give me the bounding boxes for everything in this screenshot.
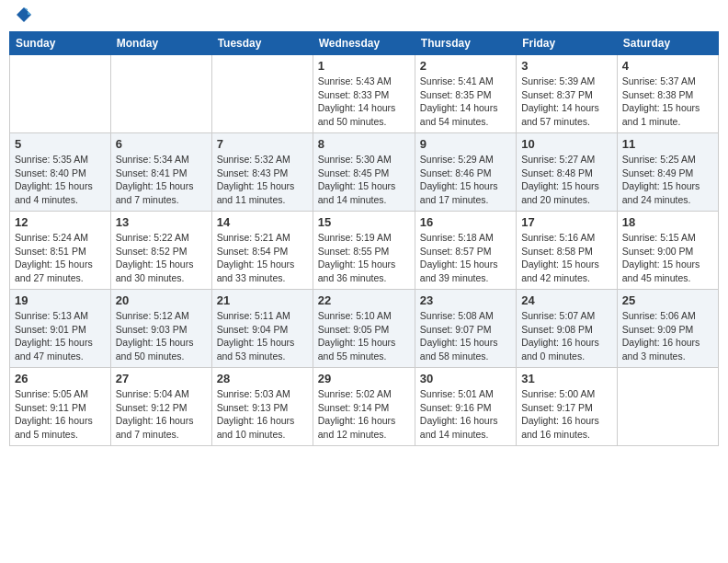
day-info: Sunrise: 5:07 AM Sunset: 9:08 PM Dayligh…: [521, 309, 612, 363]
calendar-week-4: 19Sunrise: 5:13 AM Sunset: 9:01 PM Dayli…: [10, 290, 719, 368]
calendar-cell: 23Sunrise: 5:08 AM Sunset: 9:07 PM Dayli…: [415, 290, 516, 368]
day-number: 19: [15, 293, 106, 307]
logo-icon: [15, 6, 33, 24]
day-info: Sunrise: 5:01 AM Sunset: 9:16 PM Dayligh…: [420, 387, 511, 442]
day-info: Sunrise: 5:32 AM Sunset: 8:43 PM Dayligh…: [217, 153, 308, 207]
day-number: 2: [420, 59, 511, 73]
day-number: 1: [318, 59, 410, 73]
day-info: Sunrise: 5:22 AM Sunset: 8:52 PM Dayligh…: [116, 231, 207, 285]
day-info: Sunrise: 5:18 AM Sunset: 8:57 PM Dayligh…: [420, 231, 511, 285]
calendar-cell: 31Sunrise: 5:00 AM Sunset: 9:17 PM Dayli…: [517, 368, 618, 446]
day-number: 8: [318, 137, 410, 151]
day-info: Sunrise: 5:41 AM Sunset: 8:35 PM Dayligh…: [420, 75, 511, 129]
day-info: Sunrise: 5:06 AM Sunset: 9:09 PM Dayligh…: [622, 309, 713, 363]
day-info: Sunrise: 5:11 AM Sunset: 9:04 PM Dayligh…: [217, 309, 308, 363]
calendar-cell: 30Sunrise: 5:01 AM Sunset: 9:16 PM Dayli…: [415, 368, 516, 446]
calendar-cell: 6Sunrise: 5:34 AM Sunset: 8:41 PM Daylig…: [110, 133, 211, 212]
day-info: Sunrise: 5:00 AM Sunset: 9:17 PM Dayligh…: [521, 387, 612, 442]
calendar-week-5: 26Sunrise: 5:05 AM Sunset: 9:11 PM Dayli…: [10, 368, 719, 446]
day-info: Sunrise: 5:10 AM Sunset: 9:05 PM Dayligh…: [318, 309, 410, 363]
day-number: 31: [521, 372, 612, 385]
day-info: Sunrise: 5:37 AM Sunset: 8:38 PM Dayligh…: [622, 75, 713, 129]
calendar-cell: 7Sunrise: 5:32 AM Sunset: 8:43 PM Daylig…: [211, 133, 313, 212]
day-header-thursday: Thursday: [415, 32, 516, 55]
day-info: Sunrise: 5:08 AM Sunset: 9:07 PM Dayligh…: [420, 309, 511, 363]
calendar-cell: 22Sunrise: 5:10 AM Sunset: 9:05 PM Dayli…: [313, 290, 415, 368]
day-info: Sunrise: 5:13 AM Sunset: 9:01 PM Dayligh…: [15, 309, 106, 363]
day-number: 25: [622, 293, 713, 307]
calendar-cell: 26Sunrise: 5:05 AM Sunset: 9:11 PM Dayli…: [10, 368, 111, 446]
day-number: 6: [116, 137, 207, 151]
day-number: 24: [521, 293, 612, 307]
calendar-cell: 21Sunrise: 5:11 AM Sunset: 9:04 PM Dayli…: [211, 290, 313, 368]
day-info: Sunrise: 5:19 AM Sunset: 8:55 PM Dayligh…: [318, 231, 410, 285]
day-number: 28: [217, 372, 308, 385]
logo: [13, 9, 33, 24]
day-number: 22: [318, 293, 410, 307]
calendar-table: SundayMondayTuesdayWednesdayThursdayFrid…: [9, 31, 719, 446]
calendar-cell: 29Sunrise: 5:02 AM Sunset: 9:14 PM Dayli…: [313, 368, 415, 446]
calendar-cell: 20Sunrise: 5:12 AM Sunset: 9:03 PM Dayli…: [110, 290, 211, 368]
calendar-cell: 9Sunrise: 5:29 AM Sunset: 8:46 PM Daylig…: [415, 133, 516, 212]
calendar-cell: 13Sunrise: 5:22 AM Sunset: 8:52 PM Dayli…: [110, 212, 211, 290]
day-number: 15: [318, 215, 410, 229]
day-number: 23: [420, 293, 511, 307]
calendar-cell: 27Sunrise: 5:04 AM Sunset: 9:12 PM Dayli…: [110, 368, 211, 446]
day-number: 27: [116, 372, 207, 385]
day-number: 21: [217, 293, 308, 307]
calendar-cell: 3Sunrise: 5:39 AM Sunset: 8:37 PM Daylig…: [517, 55, 618, 133]
day-info: Sunrise: 5:02 AM Sunset: 9:14 PM Dayligh…: [318, 387, 410, 442]
calendar-cell: 15Sunrise: 5:19 AM Sunset: 8:55 PM Dayli…: [313, 212, 415, 290]
calendar-cell: 24Sunrise: 5:07 AM Sunset: 9:08 PM Dayli…: [517, 290, 618, 368]
calendar-cell: [617, 368, 718, 446]
calendar-cell: 5Sunrise: 5:35 AM Sunset: 8:40 PM Daylig…: [10, 133, 111, 212]
day-header-friday: Friday: [517, 32, 618, 55]
page-header: [9, 9, 719, 24]
day-info: Sunrise: 5:25 AM Sunset: 8:49 PM Dayligh…: [622, 153, 713, 207]
day-info: Sunrise: 5:39 AM Sunset: 8:37 PM Dayligh…: [521, 75, 612, 129]
day-info: Sunrise: 5:03 AM Sunset: 9:13 PM Dayligh…: [217, 387, 308, 442]
day-info: Sunrise: 5:27 AM Sunset: 8:48 PM Dayligh…: [521, 153, 612, 207]
day-number: 12: [15, 215, 106, 229]
calendar-week-1: 1Sunrise: 5:43 AM Sunset: 8:33 PM Daylig…: [10, 55, 719, 133]
day-info: Sunrise: 5:15 AM Sunset: 9:00 PM Dayligh…: [622, 231, 713, 285]
day-info: Sunrise: 5:21 AM Sunset: 8:54 PM Dayligh…: [217, 231, 308, 285]
calendar-cell: 14Sunrise: 5:21 AM Sunset: 8:54 PM Dayli…: [211, 212, 313, 290]
calendar-cell: 11Sunrise: 5:25 AM Sunset: 8:49 PM Dayli…: [617, 133, 718, 212]
day-info: Sunrise: 5:12 AM Sunset: 9:03 PM Dayligh…: [116, 309, 207, 363]
calendar-cell: 25Sunrise: 5:06 AM Sunset: 9:09 PM Dayli…: [617, 290, 718, 368]
calendar-cell: 8Sunrise: 5:30 AM Sunset: 8:45 PM Daylig…: [313, 133, 415, 212]
calendar-cell: 1Sunrise: 5:43 AM Sunset: 8:33 PM Daylig…: [313, 55, 415, 133]
day-header-saturday: Saturday: [617, 32, 718, 55]
calendar-cell: [110, 55, 211, 133]
day-number: 16: [420, 215, 511, 229]
calendar-cell: 28Sunrise: 5:03 AM Sunset: 9:13 PM Dayli…: [211, 368, 313, 446]
day-number: 4: [622, 59, 713, 73]
day-info: Sunrise: 5:16 AM Sunset: 8:58 PM Dayligh…: [521, 231, 612, 285]
day-number: 18: [622, 215, 713, 229]
calendar-cell: 4Sunrise: 5:37 AM Sunset: 8:38 PM Daylig…: [617, 55, 718, 133]
calendar-cell: 18Sunrise: 5:15 AM Sunset: 9:00 PM Dayli…: [617, 212, 718, 290]
day-number: 3: [521, 59, 612, 73]
calendar-week-2: 5Sunrise: 5:35 AM Sunset: 8:40 PM Daylig…: [10, 133, 719, 212]
day-number: 13: [116, 215, 207, 229]
calendar-cell: [211, 55, 313, 133]
calendar-cell: 2Sunrise: 5:41 AM Sunset: 8:35 PM Daylig…: [415, 55, 516, 133]
calendar-cell: 16Sunrise: 5:18 AM Sunset: 8:57 PM Dayli…: [415, 212, 516, 290]
day-number: 29: [318, 372, 410, 385]
calendar-week-3: 12Sunrise: 5:24 AM Sunset: 8:51 PM Dayli…: [10, 212, 719, 290]
calendar-cell: 12Sunrise: 5:24 AM Sunset: 8:51 PM Dayli…: [10, 212, 111, 290]
day-info: Sunrise: 5:43 AM Sunset: 8:33 PM Dayligh…: [318, 75, 410, 129]
calendar-cell: 19Sunrise: 5:13 AM Sunset: 9:01 PM Dayli…: [10, 290, 111, 368]
day-number: 5: [15, 137, 106, 151]
day-header-wednesday: Wednesday: [313, 32, 415, 55]
day-info: Sunrise: 5:30 AM Sunset: 8:45 PM Dayligh…: [318, 153, 410, 207]
calendar-header-row: SundayMondayTuesdayWednesdayThursdayFrid…: [10, 32, 719, 55]
day-info: Sunrise: 5:24 AM Sunset: 8:51 PM Dayligh…: [15, 231, 106, 285]
day-number: 17: [521, 215, 612, 229]
day-number: 7: [217, 137, 308, 151]
day-number: 9: [420, 137, 511, 151]
day-number: 11: [622, 137, 713, 151]
day-info: Sunrise: 5:04 AM Sunset: 9:12 PM Dayligh…: [116, 387, 207, 442]
calendar-cell: 10Sunrise: 5:27 AM Sunset: 8:48 PM Dayli…: [517, 133, 618, 212]
